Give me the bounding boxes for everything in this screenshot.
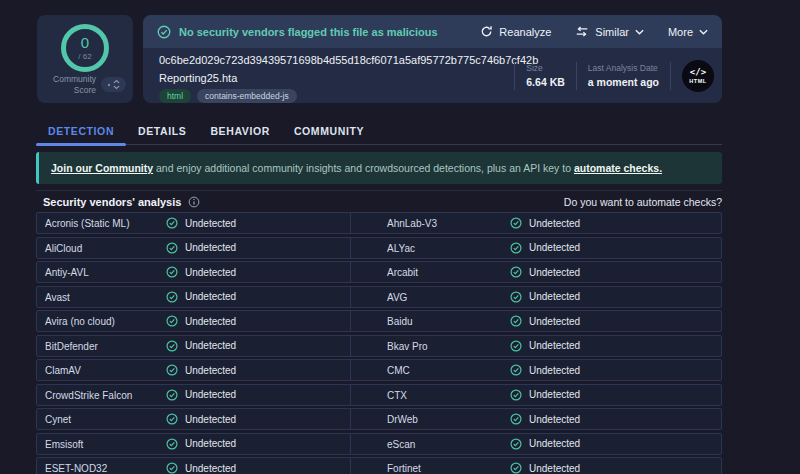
check-circle-icon bbox=[510, 413, 522, 425]
tab-details[interactable]: DETAILS bbox=[126, 118, 198, 144]
check-circle-icon bbox=[166, 340, 178, 352]
status-label: Undetected bbox=[185, 414, 236, 425]
file-details: 0c6be2d029c723d39439571698b4d55d18cf6071… bbox=[143, 48, 722, 103]
check-circle-icon bbox=[166, 266, 178, 278]
tag-contains-embedded-js[interactable]: contains-embedded-js bbox=[197, 89, 297, 103]
check-circle-icon bbox=[166, 315, 178, 327]
vendor-status: Undetected bbox=[166, 315, 236, 327]
check-circle-icon bbox=[166, 413, 178, 425]
check-circle-icon bbox=[510, 389, 522, 401]
info-circle-icon[interactable] bbox=[188, 196, 200, 208]
vendor-name: CTX bbox=[387, 389, 407, 400]
check-circle-icon bbox=[157, 25, 171, 39]
vendor-name: Acronis (Static ML) bbox=[45, 218, 129, 229]
vendor-status: Undetected bbox=[510, 389, 580, 401]
code-brackets-icon: </> bbox=[690, 68, 706, 77]
check-circle-icon bbox=[166, 291, 178, 303]
divider bbox=[670, 62, 671, 90]
tab-community[interactable]: COMMUNITY bbox=[282, 118, 376, 144]
tab-behavior[interactable]: BEHAVIOR bbox=[198, 118, 281, 144]
vendor-name: CrowdStrike Falcon bbox=[45, 389, 132, 400]
community-score-label: Community Score bbox=[46, 74, 96, 96]
vendor-name: Fortinet bbox=[387, 463, 421, 474]
detections-count: 0 bbox=[81, 35, 89, 50]
check-circle-icon bbox=[510, 462, 522, 474]
file-hash: 0c6be2d029c723d39439571698b4d55d18cf6071… bbox=[159, 54, 538, 66]
table-row: Avast Undetected AVG Undetected bbox=[36, 286, 722, 308]
vendor-name: AhnLab-V3 bbox=[387, 218, 437, 229]
size-label: Size bbox=[526, 63, 565, 73]
vendor-status: Undetected bbox=[166, 438, 236, 450]
similar-arrows-icon bbox=[575, 26, 589, 37]
automate-checks-link[interactable]: automate checks. bbox=[574, 162, 662, 174]
vote-carets-icon bbox=[113, 79, 120, 90]
tab-detection[interactable]: DETECTION bbox=[36, 118, 126, 144]
filetype-label: HTML bbox=[689, 78, 706, 84]
report-tabs: DETECTION DETAILS BEHAVIOR COMMUNITY bbox=[36, 118, 722, 145]
check-circle-icon bbox=[166, 389, 178, 401]
reanalyze-button[interactable]: Reanalyze bbox=[480, 25, 551, 38]
file-meta: Size 6.64 KB Last Analysis Date a moment… bbox=[503, 48, 714, 103]
divider bbox=[576, 62, 577, 90]
vote-dot-icon bbox=[107, 83, 111, 87]
status-label: Undetected bbox=[185, 463, 236, 474]
check-circle-icon bbox=[510, 340, 522, 352]
vendor-status: Undetected bbox=[166, 340, 236, 352]
vendor-status: Undetected bbox=[166, 217, 236, 229]
automate-checks-prompt[interactable]: Do you want to automate checks? bbox=[564, 196, 722, 208]
status-label: Undetected bbox=[185, 218, 236, 229]
status-label: Undetected bbox=[185, 340, 236, 351]
table-row: Cynet Undetected DrWeb Undetected bbox=[36, 408, 722, 430]
similar-button[interactable]: Similar bbox=[575, 26, 644, 38]
table-row: BitDefender Undetected Bkav Pro Undetect… bbox=[36, 335, 722, 357]
vendor-name: Bkav Pro bbox=[387, 340, 428, 351]
verdict-banner: No security vendors flagged this file as… bbox=[143, 15, 722, 48]
status-label: Undetected bbox=[529, 365, 580, 376]
vendor-name: Avira (no cloud) bbox=[45, 316, 115, 327]
table-row: Emsisoft Undetected eScan Undetected bbox=[36, 433, 722, 455]
community-score-card: 0 / 62 Community Score bbox=[37, 15, 133, 103]
check-circle-icon bbox=[510, 217, 522, 229]
more-button[interactable]: More bbox=[668, 26, 708, 38]
check-circle-icon bbox=[166, 217, 178, 229]
vendor-name: DrWeb bbox=[387, 414, 418, 425]
vendor-status: Undetected bbox=[166, 291, 236, 303]
status-label: Undetected bbox=[529, 267, 580, 278]
status-label: Undetected bbox=[529, 316, 580, 327]
vendor-name: Emsisoft bbox=[45, 438, 83, 449]
last-analysis-value: a moment ago bbox=[588, 76, 659, 88]
virustotal-file-report: { "score_widget": { "detections": "0", "… bbox=[0, 0, 800, 474]
section-divider bbox=[36, 190, 722, 191]
status-label: Undetected bbox=[529, 291, 580, 302]
detection-score-ring: 0 / 62 bbox=[61, 24, 109, 72]
status-label: Undetected bbox=[529, 389, 580, 400]
filetype-badge: </> HTML bbox=[682, 60, 714, 92]
vendor-name: Arcabit bbox=[387, 267, 418, 278]
vendor-status: Undetected bbox=[510, 340, 580, 352]
vendor-name: eScan bbox=[387, 438, 415, 449]
status-label: Undetected bbox=[185, 389, 236, 400]
community-vote-widget[interactable] bbox=[101, 77, 126, 92]
status-label: Undetected bbox=[529, 463, 580, 474]
status-label: Undetected bbox=[185, 267, 236, 278]
status-label: Undetected bbox=[529, 218, 580, 229]
vendor-status: Undetected bbox=[510, 315, 580, 327]
join-community-link[interactable]: Join our Community bbox=[51, 162, 153, 174]
vendor-name: ClamAV bbox=[45, 365, 81, 376]
file-summary-card: No security vendors flagged this file as… bbox=[143, 15, 722, 103]
vendor-status: Undetected bbox=[510, 364, 580, 376]
tag-html[interactable]: html bbox=[159, 89, 191, 103]
check-circle-icon bbox=[166, 462, 178, 474]
file-name: Reporting25.hta bbox=[159, 72, 237, 84]
vendor-table: Acronis (Static ML) Undetected AhnLab-V3… bbox=[36, 212, 722, 474]
vendor-status: Undetected bbox=[510, 462, 580, 474]
table-row: ESET-NOD32 Undetected Fortinet Undetecte… bbox=[36, 457, 722, 474]
vendor-status: Undetected bbox=[510, 413, 580, 425]
last-analysis-label: Last Analysis Date bbox=[588, 63, 659, 73]
vendor-status: Undetected bbox=[510, 242, 580, 254]
check-circle-icon bbox=[510, 438, 522, 450]
size-value: 6.64 KB bbox=[526, 76, 565, 88]
table-row: Antiy-AVL Undetected Arcabit Undetected bbox=[36, 261, 722, 283]
check-circle-icon bbox=[166, 364, 178, 376]
verdict-text: No security vendors flagged this file as… bbox=[179, 26, 438, 38]
